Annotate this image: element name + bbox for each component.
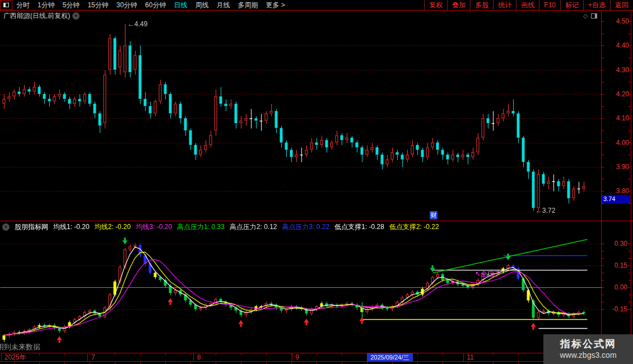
- date-tick-9: 9: [296, 353, 300, 361]
- tab-更多 >[interactable]: 更多 >: [262, 0, 288, 10]
- tab-分时[interactable]: 分时: [12, 0, 34, 10]
- tab-60分钟[interactable]: 60分钟: [141, 0, 170, 10]
- indicator-field-3: 高点压力1: 0.33: [177, 222, 225, 232]
- menu-多股[interactable]: 多股: [470, 0, 493, 10]
- current-price-badge: 3.74: [602, 195, 630, 203]
- period-tabs: 分时1分钟5分钟15分钟30分钟60分钟日线周线月线多周期更多 >: [12, 0, 289, 10]
- chart-title: 广西能源(日线,前复权): [3, 12, 70, 20]
- menu-F10[interactable]: F10: [539, 0, 560, 10]
- menu-画线[interactable]: 画线: [516, 0, 539, 10]
- indicator-field-6: 低点支撑1: -0.28: [334, 222, 384, 232]
- app-window: 分时1分钟5分钟15分钟30分钟60分钟日线周线月线多周期更多 > 复权叠加多股…: [0, 0, 633, 364]
- tab-多周期[interactable]: 多周期: [234, 0, 262, 10]
- indicator-header: ▾ 股朋指标网 均线1: -0.20均线2: -0.20均线3: -0.20高点…: [2, 222, 439, 231]
- top-toolbar: 分时1分钟5分钟15分钟30分钟60分钟日线周线月线多周期更多 > 复权叠加多股…: [0, 0, 633, 11]
- pressure-annotation: ↖全压了: [475, 269, 501, 279]
- date-tick-7: 7: [91, 353, 95, 361]
- panel-toggle-icon[interactable]: [591, 13, 597, 18]
- indicator-field-1: 均线2: -0.20: [95, 222, 131, 232]
- future-data-note: 用到未来数据: [0, 342, 40, 352]
- financial-report-marker[interactable]: 财: [430, 211, 437, 220]
- tab-5分钟[interactable]: 5分钟: [59, 0, 84, 10]
- indicator-field-7: 低点支撑2: -0.22: [389, 222, 439, 232]
- indicator-field-0: 均线1: -0.20: [53, 222, 90, 232]
- date-tick-8: 8: [197, 353, 201, 361]
- tab-15分钟[interactable]: 15分钟: [83, 0, 112, 10]
- tab-日线[interactable]: 日线: [170, 0, 191, 10]
- tab-月线[interactable]: 月线: [212, 0, 234, 10]
- year-label: 2025年: [4, 353, 26, 361]
- layout-icon: [3, 3, 9, 7]
- window-icon[interactable]: [0, 0, 12, 10]
- indicator-source: 股朋指标网: [15, 222, 48, 232]
- watermark-url: www.zbgs3.com: [543, 351, 633, 360]
- low-annotation: ←3.72: [536, 207, 555, 214]
- menu-叠加[interactable]: 叠加: [447, 0, 470, 10]
- tab-30分钟[interactable]: 30分钟: [113, 0, 141, 10]
- menu-复权[interactable]: 复权: [424, 0, 447, 10]
- indicator-field-4: 高点压力2: 0.12: [230, 222, 277, 232]
- tab-周线[interactable]: 周线: [191, 0, 212, 10]
- watermark-title: 指标公式网: [543, 337, 633, 351]
- menu-标记[interactable]: 标记: [560, 0, 583, 10]
- menu-+自选[interactable]: +自选: [583, 0, 610, 10]
- diamond-icon[interactable]: ◇: [583, 13, 588, 19]
- indicator-field-2: 均线3: -0.20: [136, 222, 172, 232]
- right-menu: 复权叠加多股统计画线F10标记+自选返回: [424, 0, 633, 10]
- selected-date-badge: 2025/09/24/三: [367, 353, 413, 361]
- menu-返回[interactable]: 返回: [610, 0, 633, 10]
- date-tick-11: 11: [467, 353, 474, 361]
- chart-canvas[interactable]: [0, 0, 633, 364]
- tab-1分钟[interactable]: 1分钟: [34, 0, 59, 10]
- chevron-down-icon[interactable]: ▾: [72, 12, 80, 20]
- watermark: 指标公式网 www.zbgs3.com: [543, 334, 633, 364]
- toolbar-spacer: [289, 0, 425, 10]
- menu-统计[interactable]: 统计: [493, 0, 516, 10]
- high-annotation: ←4.49: [128, 20, 147, 28]
- indicator-field-5: 高点压力3: 0.22: [282, 222, 330, 232]
- chevron-down-icon[interactable]: ▾: [2, 223, 10, 231]
